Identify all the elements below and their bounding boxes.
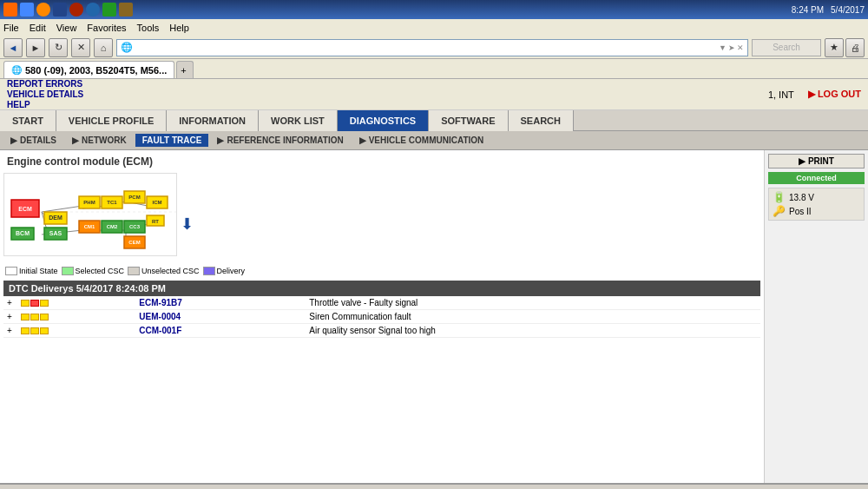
connected-badge: Connected (768, 172, 865, 184)
tab-work-list[interactable]: WORK LIST (259, 110, 338, 131)
taskbar-info: 8:24 PM 5/4/2017 (792, 5, 865, 15)
dtc-dot-2a (21, 314, 30, 320)
browser-toolbar: ◄ ► ↻ ✕ ⌂ 🌐 http://localhost/Vida/Login.… (0, 36, 868, 59)
nav-tabs: START VEHICLE PROFILE INFORMATION WORK L… (0, 110, 868, 131)
dropdown-icon[interactable]: ▼ (719, 43, 727, 52)
menu-edit[interactable]: Edit (30, 23, 46, 33)
favorites-button[interactable]: ★ (825, 38, 844, 57)
app-icon2 (69, 3, 83, 17)
dtc-desc-1: Throttle valve - Faulty signal (306, 296, 760, 310)
legend-initial: Initial State (5, 267, 58, 275)
download-icon[interactable]: ⬇ (181, 215, 194, 234)
dtc-dot-1c (40, 300, 49, 307)
start-icon (3, 3, 17, 17)
active-tab[interactable]: 🌐 580 (-09), 2003, B5204T5, M56... (3, 61, 174, 78)
legend-unselected-box (128, 267, 140, 275)
svg-text:CC3: CC3 (129, 224, 141, 229)
dtc-dot-3a (21, 327, 30, 334)
dtc-section: DTC Deliverys 5/4/2017 8:24:08 PM + (3, 279, 760, 338)
address-input[interactable]: http://localhost/Vida/Login.do;jsessioni… (135, 43, 719, 53)
clock-time: 8:24 PM (792, 5, 824, 15)
dtc-dot-2c (40, 314, 49, 320)
dtc-row-3: + CCM-001F Air quality sensor Sig (3, 324, 760, 338)
dtc-dot-2b (30, 314, 39, 320)
home-button[interactable]: ⌂ (94, 38, 113, 57)
dtc-expand-3[interactable]: + (3, 324, 17, 338)
new-tab[interactable]: + (176, 61, 194, 78)
legend-selected-box (62, 267, 74, 275)
tab-software[interactable]: SOFTWARE (429, 110, 508, 131)
dtc-code-1[interactable]: ECM-91B7 (135, 296, 306, 310)
tab-favicon: 🌐 (11, 65, 22, 75)
app-top-links: REPORT ERRORS VEHICLE DETAILS HELP (7, 79, 83, 109)
menu-help[interactable]: Help (169, 23, 189, 33)
tab-search[interactable]: SEARCH (509, 110, 574, 131)
dtc-desc-2: Siren Communication fault (306, 310, 760, 324)
logout-link[interactable]: ▶ LOG OUT (808, 89, 861, 100)
legend-unselected-label: Unselected CSC (141, 267, 200, 275)
sub-nav-vehicle-comm[interactable]: ▶ VEHICLE COMMUNICATION (352, 134, 491, 147)
ecm-svg: ECM DEM BCM SAS (4, 174, 178, 257)
browser-chrome: File Edit View Favorites Tools Help ◄ ► … (0, 19, 868, 79)
ie-icon (36, 3, 50, 17)
sub-nav-fault-trace[interactable]: FAULT TRACE (135, 134, 209, 147)
legend-selected-label: Selected CSC (76, 267, 125, 275)
dtc-code-2[interactable]: UEM-0004 (135, 310, 306, 324)
print-browser-button[interactable]: 🖨 (845, 38, 865, 57)
app-icon5 (119, 3, 133, 17)
menu-tools[interactable]: Tools (137, 23, 160, 33)
svg-text:PHM: PHM (83, 200, 95, 205)
voltage-value: 13.8 V (789, 193, 814, 202)
address-bar-icon: 🌐 (121, 42, 133, 53)
address-bar[interactable]: 🌐 http://localhost/Vida/Login.do;jsessio… (116, 39, 748, 56)
legend-area: Initial State Selected CSC Unselected CS… (3, 263, 760, 279)
app-inner: REPORT ERRORS VEHICLE DETAILS HELP 1, IN… (0, 79, 868, 489)
right-panel: ▶ PRINT Connected 🔋 13.8 V 🔑 Pos II (764, 150, 868, 483)
vehicle-details-link[interactable]: VEHICLE DETAILS (7, 89, 83, 99)
tab-start[interactable]: START (0, 110, 56, 131)
sub-nav-network[interactable]: ▶ NETWORK (65, 134, 134, 147)
folder-icon (20, 3, 34, 17)
go-button[interactable]: ➤ (728, 43, 735, 52)
search-label: Search (773, 43, 800, 52)
browser-right-icons: ★ 🖨 (825, 38, 865, 57)
dtc-row-2: + UEM-0004 Siren Communication fa (3, 310, 760, 324)
stop-button[interactable]: ✕ (71, 38, 90, 57)
tab-diagnostics[interactable]: DIAGNOSTICS (338, 110, 429, 131)
menu-view[interactable]: View (56, 23, 77, 33)
dtc-desc-3: Air quality sensor Signal too high (306, 324, 760, 338)
legend-selected: Selected CSC (62, 267, 125, 275)
dtc-indicators-2 (17, 310, 135, 324)
dtc-header: DTC Deliverys 5/4/2017 8:24:08 PM (3, 281, 760, 296)
help-link[interactable]: HELP (7, 100, 83, 109)
svg-text:CM1: CM1 (84, 224, 95, 229)
search-icon[interactable]: ✕ (737, 43, 744, 52)
print-button[interactable]: ▶ PRINT (768, 154, 865, 169)
key-icon: 🔑 (773, 205, 786, 217)
menu-favorites[interactable]: Favorites (87, 23, 126, 33)
dtc-dot-1a (21, 300, 30, 307)
dtc-code-3[interactable]: CCM-001F (135, 324, 306, 338)
menu-file[interactable]: File (3, 23, 19, 33)
dtc-indicators-3 (17, 324, 135, 338)
app-top-bar: REPORT ERRORS VEHICLE DETAILS HELP 1, IN… (0, 79, 868, 110)
back-button[interactable]: ◄ (3, 38, 23, 57)
svg-text:ECM: ECM (18, 206, 32, 212)
tab-information[interactable]: INFORMATION (167, 110, 259, 131)
svg-line-9 (42, 206, 82, 212)
sub-nav-reference[interactable]: ▶ REFERENCE INFORMATION (210, 134, 350, 147)
dtc-expand-1[interactable]: + (3, 296, 17, 310)
refresh-button[interactable]: ↻ (49, 38, 68, 57)
app-container: REPORT ERRORS VEHICLE DETAILS HELP 1, IN… (0, 79, 868, 489)
report-errors-link[interactable]: REPORT ERRORS (7, 79, 83, 89)
forward-button[interactable]: ► (26, 38, 45, 57)
browser-search-box[interactable]: Search (752, 39, 821, 56)
tab-label: 580 (-09), 2003, B5204T5, M56... (25, 65, 167, 76)
legend-section: ⬇ (181, 173, 194, 256)
main-content: Engine control module (ECM) (0, 150, 764, 483)
sub-nav-details[interactable]: ▶ DETAILS (3, 134, 63, 147)
clock-date: 5/4/2017 (831, 5, 865, 15)
dtc-expand-2[interactable]: + (3, 310, 17, 324)
browser-tabs: 🌐 580 (-09), 2003, B5204T5, M56... + (0, 59, 868, 78)
tab-vehicle-profile[interactable]: VEHICLE PROFILE (56, 110, 167, 131)
